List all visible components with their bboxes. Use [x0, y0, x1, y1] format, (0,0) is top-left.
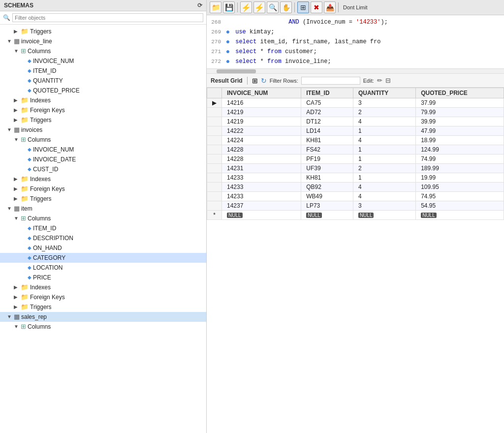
tree-node-fk-il[interactable]: 📁 Foreign Keys [0, 105, 206, 115]
tree-node-field-invoice-num-inv[interactable]: ◆ INVOICE_NUM [0, 145, 206, 155]
cell-quantity: 1 [353, 155, 415, 164]
table-row[interactable]: 14231UF392189.99 [207, 164, 504, 173]
tree-label: QUOTED_PRICE [33, 86, 80, 95]
cell-item-id: LD14 [301, 126, 353, 136]
tree-node-sales-rep[interactable]: ▦ sales_rep [0, 312, 206, 322]
filter-rows-input[interactable] [301, 77, 360, 85]
tree-node-triggers-inv[interactable]: 📁 Triggers [0, 194, 206, 204]
tree-node-triggers-il[interactable]: 📁 Triggers [0, 115, 206, 125]
save-button[interactable]: 💾 [223, 1, 235, 13]
table-row[interactable]: 14219AD72279.99 [207, 108, 504, 117]
tree-node-field-cust-id-inv[interactable]: ◆ CUST_ID [0, 164, 206, 174]
tree-node-fk-inv[interactable]: 📁 Foreign Keys [0, 184, 206, 194]
tree-area[interactable]: 📁 Triggers ▦ invoice_line ⊞ Columns ◆ IN… [0, 25, 206, 433]
cell-item-id: LP73 [301, 201, 353, 211]
tree-node-field-price-item[interactable]: ◆ PRICE [0, 273, 206, 282]
table-row[interactable]: 14228FS421124.99 [207, 145, 504, 155]
tree-node-field-quoted-price-il[interactable]: ◆ QUOTED_PRICE [0, 86, 206, 95]
line-dot: ● [224, 28, 232, 36]
table-row[interactable]: 14237LP73354.95 [207, 201, 504, 211]
tree-label: CUST_ID [33, 165, 58, 174]
tree-label: invoices [21, 125, 42, 134]
cell-quoted-price: 189.99 [416, 164, 504, 173]
refresh-icon[interactable]: ⟳ [197, 2, 202, 9]
scroll-thumb[interactable] [217, 69, 256, 73]
tree-node-columns-il[interactable]: ⊞ Columns [0, 46, 206, 56]
tree-node-field-quantity-il[interactable]: ◆ QUANTITY [0, 76, 206, 86]
tree-label: CATEGORY [33, 253, 65, 262]
tree-node-field-item-id-item[interactable]: ◆ ITEM_ID [0, 223, 206, 233]
new-folder-button[interactable]: 📁 [210, 1, 221, 13]
tree-node-invoice-line[interactable]: ▦ invoice_line [0, 36, 206, 46]
tree-node-fk-item[interactable]: 📁 Foreign Keys [0, 292, 206, 302]
row-indicator [207, 155, 222, 164]
arrow-icon [7, 312, 14, 321]
filter-input[interactable] [12, 13, 203, 22]
grid-columns-icon[interactable]: ⊞ [252, 77, 258, 85]
cell-invoice-num: 14233 [222, 192, 301, 201]
row-indicator [207, 201, 222, 211]
tree-label: sales_rep [21, 312, 47, 321]
table-row[interactable]: ▶14216CA75337.99 [207, 98, 504, 108]
null-badge: NULL [358, 213, 374, 218]
execute-button[interactable]: ⚡ [240, 1, 252, 13]
tree-node-field-invoice-date-inv[interactable]: ◆ INVOICE_DATE [0, 155, 206, 164]
table-row[interactable]: 14228PF19174.99 [207, 155, 504, 164]
table-row[interactable]: 14233WB49474.95 [207, 192, 504, 201]
tree-node-field-onhand-item[interactable]: ◆ ON_HAND [0, 243, 206, 253]
tree-node-field-invoice-num-il[interactable]: ◆ INVOICE_NUM [0, 56, 206, 66]
horizontal-scrollbar[interactable] [207, 69, 504, 74]
execute-sel-button[interactable]: ⚡ [253, 1, 265, 13]
tree-node-triggers-item[interactable]: 📁 Triggers [0, 302, 206, 312]
tree-node-indexes-item[interactable]: 📁 Indexes [0, 282, 206, 292]
edit-pencil-icon[interactable]: ✏ [377, 77, 382, 84]
table-row[interactable]: 14233KH81119.99 [207, 173, 504, 183]
toolbar-separator-2 [294, 2, 295, 12]
table-row[interactable]: 14233QB924109.95 [207, 183, 504, 192]
diamond-icon: ◆ [28, 244, 32, 252]
tree-node-field-item-id-il[interactable]: ◆ ITEM_ID [0, 66, 206, 76]
schemas-title: SCHEMAS [4, 2, 33, 9]
tree-label: invoice_line [21, 37, 52, 46]
explain-button[interactable]: 🔍 [267, 1, 279, 13]
table-row[interactable]: 14219DT12439.99 [207, 117, 504, 126]
cell-item-id: UF39 [301, 164, 353, 173]
tree-label: Triggers [30, 303, 52, 311]
export-button[interactable]: 📤 [324, 1, 336, 13]
tree-label: Indexes [30, 283, 51, 292]
cell-quantity: 4 [353, 183, 415, 192]
cancel-button[interactable]: ✖ [311, 1, 322, 13]
null-badge: NULL [227, 213, 243, 218]
diamond-icon: ◆ [28, 263, 32, 272]
tree-node-item[interactable]: ▦ item [0, 204, 206, 214]
columns-icon: ⊞ [21, 214, 26, 223]
tree-node-indexes-inv[interactable]: 📁 Indexes [0, 174, 206, 184]
stop-button[interactable]: ✋ [280, 1, 292, 13]
refresh-grid-icon[interactable]: ↻ [261, 77, 267, 85]
table-row[interactable]: 14222LD14147.99 [207, 126, 504, 136]
edit-grid-icon[interactable]: ⊟ [385, 77, 391, 84]
cell-invoice-num: 14219 [222, 108, 301, 117]
tree-node-invoices[interactable]: ▦ invoices [0, 125, 206, 135]
tree-node-field-description-item[interactable]: ◆ DESCRIPTION [0, 233, 206, 243]
cell-item-id: FS42 [301, 145, 353, 155]
tree-node-field-location-item[interactable]: ◆ LOCATION [0, 263, 206, 273]
folder-icon: 📁 [21, 283, 29, 292]
tree-node-indexes-il[interactable]: 📁 Indexes [0, 95, 206, 105]
grid-view-button[interactable]: ⊞ [297, 1, 309, 13]
tree-label: Indexes [30, 175, 51, 184]
code-editor[interactable]: 268 ● AND (Invoice_num = '14233'); 269 ●… [207, 15, 504, 69]
tree-node-columns-sr[interactable]: ⊞ Columns [0, 322, 206, 332]
cell-invoice-num: 14228 [222, 145, 301, 155]
table-row[interactable]: 14224KH81418.99 [207, 136, 504, 145]
row-indicator [207, 126, 222, 136]
arrow-icon [14, 106, 21, 115]
tree-node-columns-inv[interactable]: ⊞ Columns [0, 135, 206, 145]
cell-quoted-price: 18.99 [416, 136, 504, 145]
cell-quantity: 3 [353, 201, 415, 211]
dont-limit-label: Dont Limit [343, 4, 368, 10]
tree-node-field-category-item[interactable]: ◆ CATEGORY [0, 253, 206, 263]
tree-node-triggers-il-parent[interactable]: 📁 Triggers [0, 27, 206, 36]
tree-label: Columns [28, 322, 51, 331]
tree-node-columns-item[interactable]: ⊞ Columns [0, 214, 206, 223]
